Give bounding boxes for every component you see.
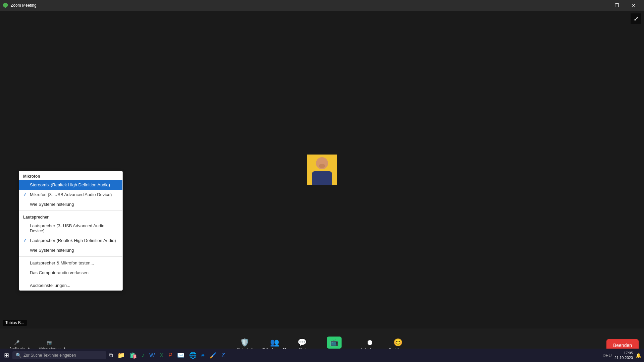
taskbar-app-excel[interactable]: X: [158, 351, 166, 360]
titlebar-controls: – ❐ ✕: [592, 0, 641, 11]
time-date: 17:05 21.10.2020: [614, 351, 633, 360]
leave-audio-item[interactable]: Das Computeraudio verlassen: [19, 268, 122, 278]
avatar-body: [312, 171, 332, 185]
notifications-icon[interactable]: 🔔: [636, 353, 641, 358]
start-button[interactable]: ⊞: [1, 350, 12, 360]
avatar-person: [307, 155, 337, 185]
keyboard-lang: DEU: [602, 353, 611, 358]
taskbar-right: DEU 17:05 21.10.2020 🔔: [602, 351, 644, 360]
mikrofon-section-header: Mikrofon: [19, 171, 122, 180]
separator-3: [19, 279, 122, 279]
shield-toolbar-icon: 🛡️: [240, 339, 249, 346]
separator-1: [19, 210, 122, 211]
taskbar-app-edge[interactable]: e: [199, 351, 207, 360]
mikrofon-item-usb[interactable]: ✓ Mikrofon (3- USB Advanced Audio Device…: [19, 190, 122, 199]
check-icon-ls-realtek: ✓: [23, 238, 28, 243]
shield-icon: [3, 3, 8, 8]
participant-name-badge: Tobias B...: [3, 320, 27, 326]
windows-taskbar: ⊞ 🔍 Zur Suche Text hier eingeben ⧉ 📁 🛍️ …: [0, 349, 644, 362]
taskbar-app-word[interactable]: W: [147, 351, 157, 360]
lautsprecher-section-header: Lautsprecher: [19, 212, 122, 221]
microphone-icon: 🎤: [14, 340, 20, 345]
lautsprecher-item-realtek[interactable]: ✓ Lautsprecher (Realtek High Definition …: [19, 236, 122, 245]
task-view-button[interactable]: ⧉: [107, 351, 115, 360]
mikrofon-item-system[interactable]: Wie Systemeinstellung: [19, 199, 122, 209]
search-placeholder: Zur Suche Text hier eingeben: [23, 353, 76, 358]
lautsprecher-item-system[interactable]: Wie Systemeinstellung: [19, 245, 122, 255]
mikrofon-item-stereomix[interactable]: Stereomix (Realtek High Definition Audio…: [19, 180, 122, 190]
titlebar: Zoom Meeting – ❐ ✕: [0, 0, 644, 11]
search-icon: 🔍: [16, 353, 21, 358]
taskbar-app-ppt[interactable]: P: [166, 351, 174, 360]
time-display: 17:05: [614, 351, 633, 355]
participant-avatar: [307, 155, 337, 185]
titlebar-left: Zoom Meeting: [3, 3, 37, 8]
minimize-button[interactable]: –: [592, 0, 608, 11]
share-screen-icon: 📺: [327, 337, 342, 349]
close-button[interactable]: ✕: [626, 0, 641, 11]
lautsprecher-item-usb[interactable]: Lautsprecher (3- USB Advanced Audio Devi…: [19, 221, 122, 236]
taskbar-app-chrome[interactable]: 🌐: [187, 350, 199, 360]
taskbar-app-paint[interactable]: 🖌️: [207, 350, 219, 360]
test-audio-item[interactable]: Lautsprecher & Mikrofon testen...: [19, 258, 122, 268]
taskbar-app-fileexplorer[interactable]: 📁: [115, 350, 127, 360]
separator-2: [19, 256, 122, 257]
expand-button[interactable]: ⤢: [631, 13, 641, 24]
restore-button[interactable]: ❐: [609, 0, 625, 11]
audio-dropdown-menu: Mikrofon Stereomix (Realtek High Definit…: [19, 171, 123, 291]
reactions-icon: 😊: [393, 339, 402, 346]
taskbar-app-store[interactable]: 🛍️: [127, 350, 139, 360]
camera-icon: 📷: [47, 340, 53, 345]
window-title: Zoom Meeting: [11, 3, 37, 8]
check-icon-usb: ✓: [23, 192, 28, 197]
record-icon: ⏺: [366, 339, 374, 346]
avatar-face: [319, 164, 325, 168]
taskbar-app-zoom[interactable]: Z: [219, 351, 227, 360]
taskbar-search[interactable]: 🔍 Zur Suche Text hier eingeben: [12, 351, 106, 359]
participants-icon: 👥: [270, 339, 279, 346]
taskbar-app-spotify[interactable]: ♪: [140, 351, 147, 360]
chat-icon: 💬: [298, 339, 307, 346]
audio-settings-item[interactable]: Audioeinstellungen...: [19, 281, 122, 290]
taskbar-left: ⊞ 🔍 Zur Suche Text hier eingeben ⧉ 📁 🛍️ …: [0, 350, 227, 360]
date-display: 21.10.2020: [614, 355, 633, 360]
taskbar-app-mail[interactable]: ✉️: [175, 350, 186, 360]
